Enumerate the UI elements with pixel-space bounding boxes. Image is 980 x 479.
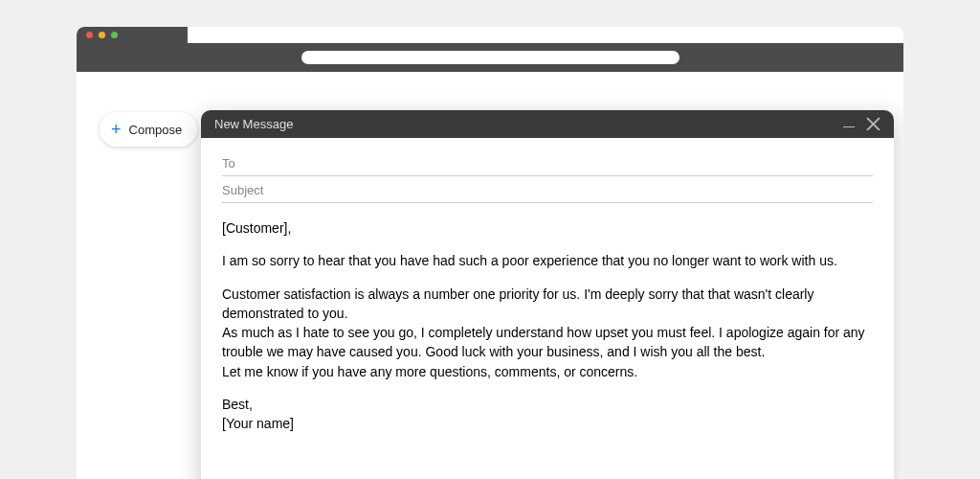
browser-window: + Compose New Message To Subject — [77, 27, 903, 479]
compose-label: Compose — [129, 123, 183, 137]
subject-field[interactable]: Subject — [222, 176, 873, 203]
modal-header[interactable]: New Message — [201, 110, 894, 138]
to-field[interactable]: To — [222, 149, 873, 176]
browser-toolbar — [77, 43, 903, 72]
plus-icon: + — [111, 121, 122, 138]
close-icon[interactable] — [866, 117, 880, 131]
window-maximize-dot[interactable] — [111, 32, 118, 38]
address-bar[interactable] — [301, 51, 679, 64]
modal-body: To Subject [Customer], I am so sorry to … — [201, 138, 894, 479]
content-area: + Compose New Message To Subject — [77, 72, 903, 478]
new-message-modal: New Message To Subject [Customer], I — [201, 110, 894, 479]
email-p2b: As much as I hate to see you go, I compl… — [222, 323, 873, 362]
minimize-icon[interactable] — [843, 126, 855, 128]
tab-bar — [77, 27, 188, 44]
email-p1: I am so sorry to hear that you have had … — [222, 251, 873, 270]
modal-header-actions — [843, 117, 880, 131]
email-p2c: Let me know if you have any more questio… — [222, 362, 873, 381]
email-signature: [Your name] — [222, 414, 873, 433]
email-signoff: Best, — [222, 395, 873, 414]
to-label: To — [222, 156, 235, 171]
email-greeting: [Customer], — [222, 218, 873, 238]
compose-button[interactable]: + Compose — [100, 112, 197, 147]
subject-label: Subject — [222, 183, 263, 197]
modal-title: New Message — [214, 117, 293, 131]
email-p2a: Customer satisfaction is always a number… — [222, 285, 873, 324]
window-controls — [86, 32, 118, 38]
email-body[interactable]: [Customer], I am so sorry to hear that y… — [222, 218, 873, 434]
window-minimize-dot[interactable] — [99, 32, 105, 38]
window-close-dot[interactable] — [86, 32, 93, 38]
